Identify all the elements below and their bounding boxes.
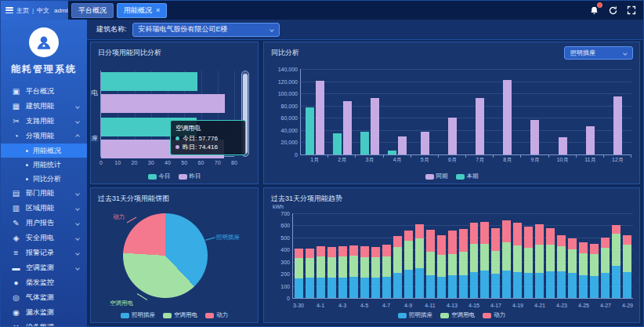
legend-item[interactable]: 空调用电	[440, 311, 475, 319]
sidebar-item-0[interactable]: ▣平台概况	[1, 84, 87, 99]
stacked-bar-4-8[interactable]	[393, 213, 402, 298]
sidebar-item-9[interactable]: ▬空调监测	[1, 260, 87, 275]
stacked-bar-4-29[interactable]	[623, 213, 631, 298]
language-link[interactable]: 中文	[37, 6, 49, 15]
panel-title: 同比分析	[271, 48, 299, 58]
stacked-bar-4-2[interactable]	[327, 213, 336, 298]
series-filter-select[interactable]: 照明插座	[564, 46, 633, 60]
bar-同期-4月[interactable]	[398, 136, 407, 154]
stacked-bar-4-10[interactable]	[415, 213, 424, 298]
stacked-bar-4-16[interactable]	[480, 213, 489, 298]
chart-legend: 照明插座空调用电动力	[91, 311, 258, 319]
sidebar-item-12[interactable]: ◉漏水监测	[1, 305, 87, 320]
pie-chart[interactable]	[123, 213, 208, 298]
sidebar-subitem-3-0[interactable]: 用能概况	[1, 144, 87, 158]
stacked-bar-4-24[interactable]	[568, 213, 577, 298]
bar-同期-5月[interactable]	[421, 132, 429, 154]
x-tick-label: 4-29	[622, 303, 633, 308]
sidebar-item-7[interactable]: ◈安全用电	[1, 231, 87, 245]
bar-同期-8月[interactable]	[503, 80, 512, 154]
bar-同期-2月[interactable]	[343, 101, 352, 155]
legend-item[interactable]: 照明插座	[398, 311, 432, 319]
bar-同期-11月[interactable]	[586, 126, 595, 154]
segment-照明插座	[502, 271, 511, 298]
sidebar-item-11[interactable]: ◎气体监测	[1, 290, 87, 305]
x-tick-label: 4-23	[556, 303, 567, 308]
bar-本期-4月[interactable]	[388, 151, 396, 154]
stacked-bar-4-23[interactable]	[557, 213, 566, 298]
stacked-bar-4-1[interactable]	[317, 213, 325, 298]
sidebar-item-3[interactable]: ◔分项用能	[1, 129, 87, 144]
bar-同期-9月[interactable]	[530, 120, 539, 154]
panel-title: 日分项用能同比分析	[98, 48, 161, 58]
fullscreen-icon[interactable]	[626, 5, 637, 16]
stacked-bar-4-25[interactable]	[579, 213, 588, 298]
stacked-bar-3-31[interactable]	[306, 213, 314, 298]
sidebar-item-2[interactable]: ✂支路用能	[1, 114, 87, 129]
bar-同期-6月[interactable]	[448, 118, 457, 154]
bell-icon[interactable]	[588, 5, 599, 16]
sidebar-subitem-3-1[interactable]: 用能统计	[1, 158, 87, 172]
stacked-bar-4-20[interactable]	[524, 213, 533, 298]
bar-同期-10月[interactable]	[559, 137, 567, 154]
sidebar-item-1[interactable]: ▦建筑用能	[1, 99, 87, 114]
refresh-icon[interactable]	[607, 5, 618, 16]
sidebar-item-8[interactable]: ≡报警记录	[1, 245, 87, 260]
sidebar-item-6[interactable]: ✎用户报告	[1, 216, 87, 231]
sidebar-item-label: 漏水监测	[26, 307, 54, 318]
stacked-bar-4-21[interactable]	[535, 213, 544, 298]
stacked-bar-4-11[interactable]	[426, 213, 435, 298]
tab-1[interactable]: 用能概况×	[117, 3, 167, 18]
stacked-bar-4-15[interactable]	[470, 213, 479, 298]
stacked-bar-3-30[interactable]	[295, 213, 303, 298]
stacked-bar-4-6[interactable]	[371, 213, 380, 298]
stacked-bar-4-28[interactable]	[612, 213, 620, 298]
sidebar-item-4[interactable]: ▤部门用能	[1, 186, 87, 201]
legend-item[interactable]: 同期	[425, 173, 448, 180]
stacked-bar-4-9[interactable]	[404, 213, 413, 298]
stacked-bar-4-26[interactable]	[590, 213, 599, 298]
legend-item[interactable]: 昨日	[179, 173, 201, 180]
legend-item[interactable]: 动力	[205, 311, 228, 319]
stacked-bar-4-3[interactable]	[338, 213, 347, 298]
stacked-bar-4-14[interactable]	[459, 213, 468, 298]
stacked-bar-4-18[interactable]	[502, 213, 511, 298]
bar-今日-空调用电[interactable]	[101, 72, 197, 91]
sidebar-item-13[interactable]: ✕设备管理	[1, 320, 87, 326]
tab-0[interactable]: 平台概况	[71, 3, 114, 18]
bar-本期-3月[interactable]	[360, 132, 369, 154]
bar-本期-2月[interactable]	[333, 133, 342, 154]
bar-昨日-空调用电[interactable]	[101, 94, 225, 113]
legend-item[interactable]: 照明插座	[121, 311, 155, 319]
stacked-bar-4-5[interactable]	[360, 213, 369, 298]
segment-照明插座	[612, 266, 620, 298]
bar-本期-1月[interactable]	[306, 107, 314, 154]
segment-动力	[459, 229, 468, 252]
legend-item[interactable]: 空调用电	[163, 311, 197, 319]
bar-同期-12月[interactable]	[613, 96, 622, 154]
bar-同期-1月[interactable]	[316, 81, 324, 154]
stacked-bar-4-22[interactable]	[546, 213, 555, 298]
home-link[interactable]: 主页	[16, 6, 29, 15]
sidebar-item-10[interactable]: ●柴发监控	[1, 275, 87, 290]
legend-item[interactable]: 动力	[483, 311, 505, 319]
legend-item[interactable]: 今日	[148, 173, 171, 180]
sidebar-subitem-3-2[interactable]: 同比分析	[1, 172, 87, 186]
stacked-bar-4-7[interactable]	[382, 213, 391, 298]
stacked-bar-4-27[interactable]	[601, 213, 610, 298]
legend-item[interactable]: 本期	[456, 173, 479, 180]
stacked-bar-4-17[interactable]	[491, 213, 500, 298]
segment-动力	[393, 236, 402, 247]
divider: |	[32, 7, 34, 14]
toolbar: 建筑名称: 安科瑞电气股份有限公司E楼	[87, 20, 643, 40]
stacked-bar-4-19[interactable]	[513, 213, 522, 298]
close-icon[interactable]: ×	[156, 6, 160, 14]
building-select[interactable]: 安科瑞电气股份有限公司E楼	[132, 23, 280, 37]
stacked-bar-4-13[interactable]	[448, 213, 457, 298]
bar-同期-7月[interactable]	[476, 98, 484, 154]
stacked-bar-4-12[interactable]	[437, 213, 446, 298]
hamburger-icon[interactable]	[5, 7, 13, 13]
stacked-bar-4-4[interactable]	[349, 213, 358, 298]
sidebar-item-5[interactable]: ▥区域用能	[1, 201, 87, 216]
bar-同期-3月[interactable]	[371, 98, 379, 154]
